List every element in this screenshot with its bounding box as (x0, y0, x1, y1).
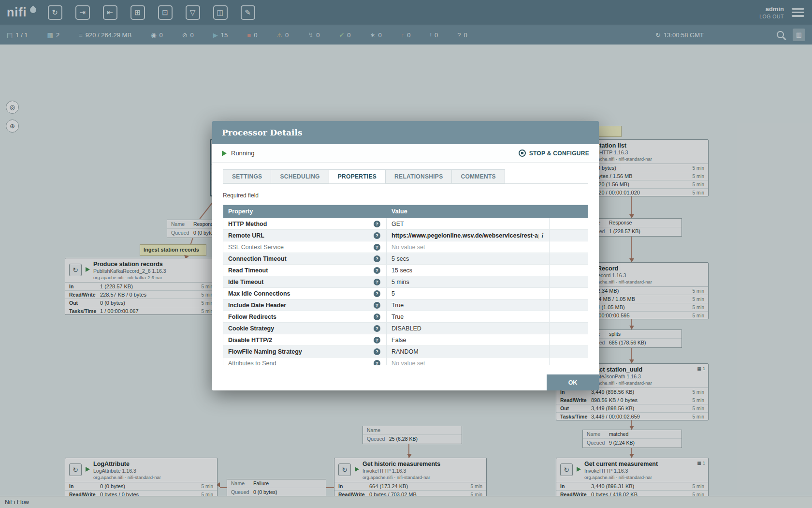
help-icon[interactable] (374, 360, 380, 366)
help-icon[interactable] (374, 267, 380, 274)
help-icon[interactable] (374, 221, 380, 227)
dialog-header: Processor Details (212, 121, 599, 144)
help-icon[interactable] (374, 348, 380, 355)
action-cell (550, 323, 588, 334)
value-cell: DISABLED (387, 323, 550, 334)
property-row: FlowFile Naming Strategy RANDOM (223, 346, 588, 358)
property-cell: Read Timeout (223, 265, 387, 276)
action-cell (550, 311, 588, 322)
property-cell: Idle Timeout (223, 276, 387, 287)
help-icon[interactable] (374, 314, 380, 320)
property-row: Connection Timeout 5 secs (223, 253, 588, 265)
value-cell: 5 (387, 288, 550, 299)
property-row: Read Timeout 15 secs (223, 265, 588, 276)
action-cell (550, 230, 588, 241)
property-cell: Cookie Strategy (223, 323, 387, 334)
stop-configure-icon (519, 149, 526, 157)
property-cell: FlowFile Naming Strategy (223, 346, 387, 357)
tab-settings[interactable]: SETTINGS (223, 169, 271, 183)
ok-button[interactable]: OK (547, 374, 599, 390)
value-cell: https://www.pegelonline.wsv.de/webservic… (387, 230, 550, 241)
property-cell: Max Idle Connections (223, 288, 387, 299)
property-cell: Connection Timeout (223, 253, 387, 264)
action-cell (550, 241, 588, 253)
stop-configure-label: STOP & CONFIGURE (529, 150, 589, 157)
property-row: HTTP Method GET (223, 218, 588, 230)
action-cell (550, 299, 588, 311)
info-icon (538, 232, 543, 239)
required-field-note: Required field (223, 192, 588, 199)
property-cell: Disable HTTP/2 (223, 334, 387, 345)
property-row: Max Idle Connections 5 (223, 288, 588, 299)
value-cell: True (387, 299, 550, 311)
help-icon[interactable] (374, 244, 380, 251)
value-cell: False (387, 334, 550, 345)
properties-table-header: Property Value (223, 205, 588, 218)
property-cell: Remote URL (223, 230, 387, 241)
running-status-icon (222, 150, 227, 156)
action-cell (550, 276, 588, 287)
property-cell: HTTP Method (223, 218, 387, 229)
help-icon[interactable] (374, 290, 380, 297)
action-cell (550, 346, 588, 357)
property-cell: Attributes to Send (223, 358, 387, 365)
stop-configure-button[interactable]: STOP & CONFIGURE (519, 149, 589, 157)
property-cell: SSL Context Service (223, 241, 387, 253)
help-icon[interactable] (374, 279, 380, 285)
help-icon[interactable] (374, 337, 380, 344)
dialog-title: Processor Details (222, 128, 303, 137)
value-cell: RANDOM (387, 346, 550, 357)
action-cell (550, 288, 588, 299)
property-row: SSL Context Service No value set (223, 241, 588, 253)
property-row: Idle Timeout 5 mins (223, 276, 588, 288)
property-row: Include Date Header True (223, 299, 588, 311)
property-row: Disable HTTP/2 False (223, 334, 588, 346)
tab-comments[interactable]: COMMENTS (451, 169, 505, 183)
value-cell: 15 secs (387, 265, 550, 276)
value-cell: No value set (387, 241, 550, 253)
action-cell (550, 253, 588, 264)
action-cell (550, 265, 588, 276)
property-row: Follow Redirects True (223, 311, 588, 323)
property-cell: Follow Redirects (223, 311, 387, 322)
value-cell: 5 secs (387, 253, 550, 264)
action-cell (550, 334, 588, 345)
property-row: Remote URL https://www.pegelonline.wsv.d… (223, 230, 588, 241)
value-cell: GET (387, 218, 550, 229)
property-row: Attributes to Send No value set (223, 358, 588, 365)
dialog-status-row: Running STOP & CONFIGURE (212, 144, 599, 163)
properties-table: Property Value HTTP Method GET (223, 205, 588, 365)
help-icon[interactable] (374, 232, 380, 239)
value-cell: 5 mins (387, 276, 550, 287)
value-cell: No value set (387, 358, 550, 365)
action-cell (550, 218, 588, 229)
property-row: Cookie Strategy DISABLED (223, 323, 588, 334)
help-icon[interactable] (374, 302, 380, 309)
help-icon[interactable] (374, 255, 380, 262)
dialog-tabs: SETTINGS SCHEDULING PROPERTIES RELATIONS… (223, 169, 588, 184)
help-icon[interactable] (374, 325, 380, 332)
value-column-header: Value (387, 205, 550, 218)
run-status-text: Running (231, 149, 254, 157)
tab-properties[interactable]: PROPERTIES (329, 169, 386, 183)
tab-scheduling[interactable]: SCHEDULING (271, 169, 329, 183)
processor-details-dialog: Processor Details Running STOP & CONFIGU… (212, 121, 599, 390)
property-column-header: Property (223, 205, 387, 218)
properties-table-body: HTTP Method GET Remote URL (223, 218, 588, 365)
action-cell (550, 358, 588, 365)
nifi-app: nifi ↻ ⇥ ⇤ ⊞ ⊡ ▽ ◫ ✎ admin LOG OUT (0, 0, 812, 508)
property-cell: Include Date Header (223, 299, 387, 311)
tab-relationships[interactable]: RELATIONSHIPS (385, 169, 452, 183)
value-cell: True (387, 311, 550, 322)
